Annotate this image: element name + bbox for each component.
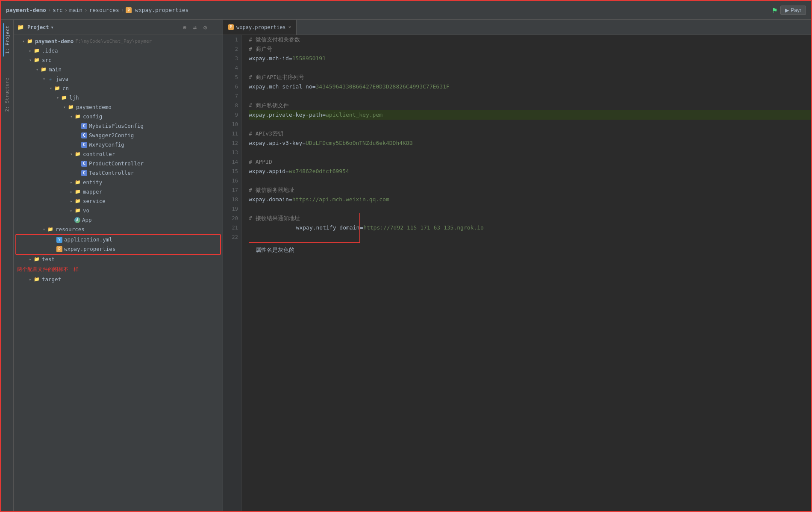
- sidebar-tab-structure[interactable]: 2: Structure: [3, 75, 11, 114]
- line-num-6: 6: [223, 82, 238, 91]
- config-icon: 📁: [74, 113, 81, 120]
- tree-ljh[interactable]: 📁 ljh: [14, 93, 223, 103]
- tree-config[interactable]: 📁 config: [14, 112, 223, 121]
- product-class-icon: C: [81, 161, 87, 167]
- swagger-class-icon: C: [81, 132, 87, 138]
- wxpayprops-label: wxpay.properties: [64, 245, 115, 253]
- breadcrumb-bar: payment-demo › src › main › resources › …: [1, 1, 811, 20]
- test-class-icon: C: [81, 170, 87, 176]
- tree-mybatis[interactable]: C MybatisPlusConfig: [14, 121, 223, 131]
- annotation-text: 属性名是灰色的: [256, 247, 294, 253]
- line-num-10: 10: [223, 120, 238, 129]
- settings-button[interactable]: ⚙: [201, 24, 209, 31]
- value-3: 1558950191: [292, 54, 326, 63]
- code-line-3: wxpay.mch-id=1558950191: [249, 54, 811, 63]
- line-num-22: 22: [223, 232, 238, 242]
- resources-icon: 📁: [47, 226, 54, 233]
- ljh-arrow: [55, 95, 61, 101]
- line-num-2: 2: [223, 44, 238, 54]
- test-arrow: [27, 256, 33, 262]
- breadcrumb-resources[interactable]: resources: [89, 7, 119, 13]
- service-icon: 📁: [74, 198, 81, 205]
- code-line-13: [249, 148, 811, 157]
- tree-vo[interactable]: 📁 vo: [14, 206, 223, 215]
- value-9: apiclient_key.pem: [326, 110, 382, 120]
- project-panel: 📁 Project ▾ ⊕ ⇄ ⚙ — 📁: [14, 20, 223, 511]
- ljh-label: ljh: [69, 94, 79, 102]
- key-6: wxpay.mch-serial-no: [249, 82, 312, 91]
- tree-wxpayprops[interactable]: P wxpay.properties: [16, 244, 220, 254]
- vo-icon: 📁: [74, 207, 81, 214]
- tree-entity[interactable]: 📁 entity: [14, 178, 223, 187]
- sidebar-tab-project[interactable]: 1: Project: [3, 23, 11, 56]
- breadcrumb-src[interactable]: src: [53, 7, 62, 13]
- tree-idea[interactable]: 📁 .idea: [14, 46, 223, 56]
- code-line-11: # APIv3密钥: [249, 129, 811, 138]
- bottom-annotation: 属性名是灰色的: [249, 242, 811, 258]
- breadcrumb-project[interactable]: payment-demo: [6, 7, 46, 13]
- file-tree[interactable]: 📁 payment-demo F:\myCode\weChat_Pay\paym…: [14, 35, 223, 511]
- controller-arrow: [68, 151, 74, 157]
- wxpayconfig-label: WxPayConfig: [89, 141, 124, 149]
- tree-swagger[interactable]: C Swagger2Config: [14, 131, 223, 140]
- config-files-box: Y application.yml P wxpay.properties: [15, 234, 221, 255]
- panel-actions: ⊕ ⇄ ⚙ —: [181, 24, 219, 31]
- src-arrow: [27, 57, 33, 63]
- key-9: wxpay.private-key-path: [249, 110, 322, 120]
- mybatis-label: MybatisPlusConfig: [89, 122, 144, 130]
- cn-label: cn: [62, 84, 69, 93]
- comment-11: # APIv3密钥: [249, 129, 283, 138]
- entity-icon: 📁: [74, 179, 81, 186]
- breadcrumb-main[interactable]: main: [69, 7, 82, 13]
- tree-controller[interactable]: 📁 controller: [14, 150, 223, 159]
- line-num-14: 14: [223, 157, 238, 167]
- line-num-21: 21: [223, 223, 238, 232]
- tree-service[interactable]: 📁 service: [14, 197, 223, 206]
- code-area[interactable]: # 微信支付相关参数 # 商户号 wxpay.mch-id=1558950191…: [242, 35, 811, 511]
- editor-area: P wxpay.properties × 1 2 3 4 5 6 7 8 9: [223, 20, 811, 511]
- code-line-6: wxpay.mch-serial-no=34345964330B66427E0D…: [249, 82, 811, 91]
- comment-2: # 商户号: [249, 44, 272, 54]
- tree-paymentdemo[interactable]: 📁 paymentdemo: [14, 103, 223, 112]
- mapper-label: mapper: [83, 188, 102, 196]
- code-line-19: [249, 204, 811, 214]
- code-line-15: wxpay.appid=wx74862e0dfcf69954: [249, 167, 811, 176]
- tree-appyml[interactable]: Y application.yml: [16, 235, 220, 244]
- root-folder-icon: 📁: [26, 38, 33, 45]
- minimize-button[interactable]: —: [212, 24, 219, 31]
- test-label: test: [42, 255, 55, 264]
- tree-testcontroller[interactable]: C TestController: [14, 168, 223, 178]
- tree-test[interactable]: 📁 test: [14, 255, 223, 264]
- tree-root[interactable]: 📁 payment-demo F:\myCode\weChat_Pay\paym…: [14, 37, 223, 46]
- comment-5: # 商户API证书序列号: [249, 73, 304, 82]
- line-num-11: 11: [223, 129, 238, 138]
- breadcrumb-file: P wxpay.properties: [126, 7, 188, 13]
- tree-app[interactable]: A App: [14, 215, 223, 225]
- tree-mapper[interactable]: 📁 mapper: [14, 187, 223, 197]
- tree-main[interactable]: 📁 main: [14, 65, 223, 74]
- config-label: config: [83, 112, 102, 121]
- tree-wxpayconfig[interactable]: C WxPayConfig: [14, 140, 223, 150]
- app-label: App: [82, 216, 92, 224]
- tree-src[interactable]: 📁 src: [14, 56, 223, 65]
- code-line-2: # 商户号: [249, 44, 811, 54]
- tab-close-button[interactable]: ×: [288, 24, 291, 30]
- breadcrumb-sep-2: ›: [65, 7, 68, 13]
- editor-tab-wxpay[interactable]: P wxpay.properties ×: [223, 20, 297, 35]
- line-num-5: 5: [223, 73, 238, 82]
- tree-resources[interactable]: 📁 resources: [14, 225, 223, 234]
- tree-cn[interactable]: 📁 cn: [14, 84, 223, 93]
- ljh-icon: 📁: [61, 94, 68, 101]
- sync-button[interactable]: ⇄: [191, 24, 199, 31]
- panel-dropdown-icon[interactable]: ▾: [51, 24, 54, 30]
- key-21: wxpay.notify-domain: [296, 224, 360, 231]
- tree-productcontroller[interactable]: C ProductController: [14, 159, 223, 168]
- line-num-1: 1: [223, 35, 238, 44]
- tree-target[interactable]: 📁 target: [14, 275, 223, 284]
- paymentdemo-icon: 📁: [68, 104, 74, 111]
- run-button[interactable]: ▶ Payr: [780, 6, 806, 15]
- collapse-all-button[interactable]: ⊕: [181, 24, 188, 31]
- entity-arrow: [68, 179, 74, 185]
- line-num-8: 8: [223, 101, 238, 110]
- tree-java[interactable]: ☕ java: [14, 74, 223, 84]
